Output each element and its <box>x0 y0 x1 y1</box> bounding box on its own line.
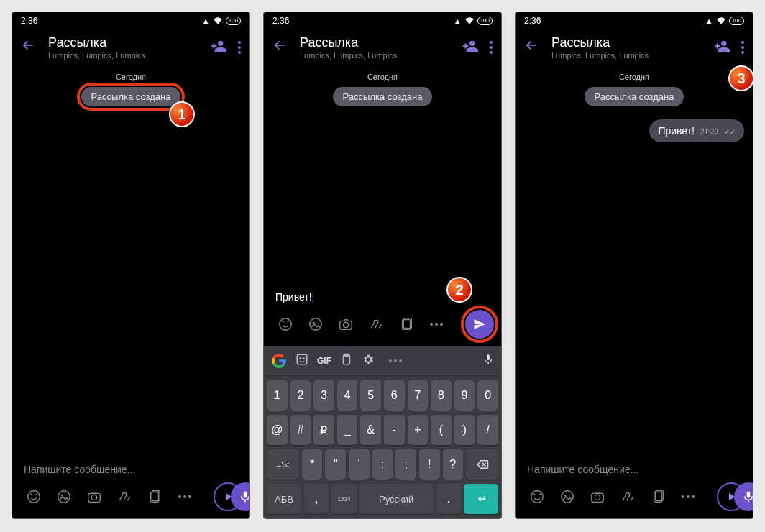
key-7[interactable]: 7 <box>408 380 429 411</box>
gallery-icon[interactable] <box>306 314 326 334</box>
back-icon[interactable] <box>521 35 541 60</box>
sticker-icon[interactable] <box>275 314 296 334</box>
send-button[interactable] <box>465 310 494 339</box>
sticker-icon[interactable] <box>527 487 547 507</box>
key-@[interactable]: @ <box>267 415 288 445</box>
key-&[interactable]: & <box>360 415 381 445</box>
key-numbers[interactable]: 1234 <box>331 484 356 514</box>
google-icon[interactable] <box>271 353 287 369</box>
compose-bar: Напишите сообщение... <box>516 457 753 518</box>
sticker-kb-icon[interactable] <box>296 353 308 368</box>
doodle-icon[interactable] <box>366 314 386 334</box>
back-icon[interactable] <box>270 35 290 60</box>
key-;[interactable]: ; <box>395 449 416 480</box>
svg-point-0 <box>28 491 40 503</box>
key--[interactable]: - <box>384 415 405 445</box>
system-pill: Рассылка создана <box>81 87 181 106</box>
key-comma[interactable]: , <box>304 484 329 514</box>
sticker-icon[interactable] <box>24 487 44 507</box>
screen-2: 2:36 ▲ 100 Рассылка Lumpics, Lumpics, Lu… <box>263 12 502 519</box>
key-abc[interactable]: АБВ <box>267 484 301 514</box>
key-5[interactable]: 5 <box>360 380 381 411</box>
key-9[interactable]: 9 <box>454 380 475 411</box>
chat-title: Рассылка <box>300 35 452 50</box>
attach-icon[interactable] <box>145 487 165 507</box>
key-symbols[interactable]: =\< <box>267 449 299 480</box>
outgoing-message[interactable]: Привет! 21:29 ✓✓ <box>649 119 744 142</box>
more-icon[interactable] <box>175 487 195 507</box>
key-1[interactable]: 1 <box>267 380 288 411</box>
add-user-icon[interactable] <box>714 38 730 58</box>
key-0[interactable]: 0 <box>477 380 498 411</box>
back-icon[interactable] <box>18 35 38 60</box>
doodle-icon[interactable] <box>114 487 134 507</box>
attach-icon[interactable] <box>648 487 668 507</box>
menu-icon[interactable] <box>238 41 241 54</box>
gif-key[interactable]: GIF <box>317 356 331 366</box>
key-₽[interactable]: ₽ <box>313 415 334 445</box>
camera-icon[interactable] <box>587 487 608 507</box>
battery-icon: 100 <box>226 17 241 25</box>
title-block[interactable]: Рассылка Lumpics, Lumpics, Lumpics <box>48 35 201 60</box>
status-time: 2:36 <box>524 16 541 26</box>
key-#[interactable]: # <box>290 415 311 445</box>
key-*[interactable]: * <box>302 449 323 480</box>
wifi-icon <box>716 16 726 26</box>
read-check-icon: ✓✓ <box>724 128 736 136</box>
kb-row-3: =\< *"':;!? <box>267 449 498 480</box>
status-icons: ▲ 100 <box>705 16 744 26</box>
settings-icon[interactable] <box>362 353 375 368</box>
camera-icon[interactable] <box>84 487 104 507</box>
svg-point-11 <box>343 322 348 327</box>
gallery-icon[interactable] <box>54 487 74 507</box>
key-)[interactable]: ) <box>454 415 475 445</box>
key-6[interactable]: 6 <box>384 380 405 411</box>
key-+[interactable]: + <box>408 415 429 445</box>
key-"[interactable]: " <box>325 449 346 480</box>
compose-placeholder[interactable]: Напишите сообщение... <box>24 464 241 482</box>
compose-placeholder[interactable]: Напишите сообщение... <box>527 464 744 482</box>
key-'[interactable]: ' <box>349 449 370 480</box>
key-8[interactable]: 8 <box>431 380 452 411</box>
key-/[interactable]: / <box>477 415 498 445</box>
keyboard[interactable]: GIF 1234567890 @#₽_&-+()/ =\< *"':;!? <box>264 346 501 518</box>
battery-icon: 100 <box>729 17 744 25</box>
key-3[interactable]: 3 <box>313 380 334 411</box>
clipboard-icon[interactable] <box>340 353 353 368</box>
key-?[interactable]: ? <box>443 449 464 480</box>
message-text: Привет! <box>658 125 695 137</box>
key-4[interactable]: 4 <box>337 380 358 411</box>
more-icon[interactable] <box>426 314 446 334</box>
menu-icon[interactable] <box>741 41 744 54</box>
more-icon[interactable] <box>678 487 698 507</box>
title-block[interactable]: Рассылка Lumpics, Lumpics, Lumpics <box>551 35 704 60</box>
doodle-icon[interactable] <box>618 487 638 507</box>
menu-icon[interactable] <box>490 41 493 54</box>
key-backspace[interactable] <box>466 449 498 480</box>
kb-more-icon[interactable] <box>389 359 402 362</box>
screen-3: 2:36 ▲ 100 Рассылка Lumpics, Lumpics, Lu… <box>515 12 753 519</box>
key-2[interactable]: 2 <box>290 380 311 411</box>
add-user-icon[interactable] <box>211 38 226 58</box>
status-icons: ▲ 100 <box>454 16 493 26</box>
svg-point-7 <box>280 318 292 331</box>
add-user-icon[interactable] <box>462 38 478 58</box>
key-([interactable]: ( <box>431 415 452 445</box>
title-block[interactable]: Рассылка Lumpics, Lumpics, Lumpics <box>300 35 452 60</box>
date-label: Сегодня <box>116 73 146 81</box>
marker-1: 1 <box>169 101 195 127</box>
key-_[interactable]: _ <box>337 415 358 445</box>
key-enter[interactable] <box>464 484 498 514</box>
status-bar: 2:36 ▲ 100 <box>264 12 501 29</box>
key-language[interactable]: Русский <box>359 484 434 514</box>
compose-tools <box>275 310 493 341</box>
key-:[interactable]: : <box>372 449 393 480</box>
gallery-icon[interactable] <box>557 487 577 507</box>
kb-mic-icon[interactable] <box>482 354 494 368</box>
key-![interactable]: ! <box>419 449 440 480</box>
attach-icon[interactable] <box>396 314 416 334</box>
date-label: Сегодня <box>619 73 649 81</box>
svg-point-4 <box>91 495 96 500</box>
key-period[interactable]: . <box>436 484 461 514</box>
camera-icon[interactable] <box>336 314 356 334</box>
